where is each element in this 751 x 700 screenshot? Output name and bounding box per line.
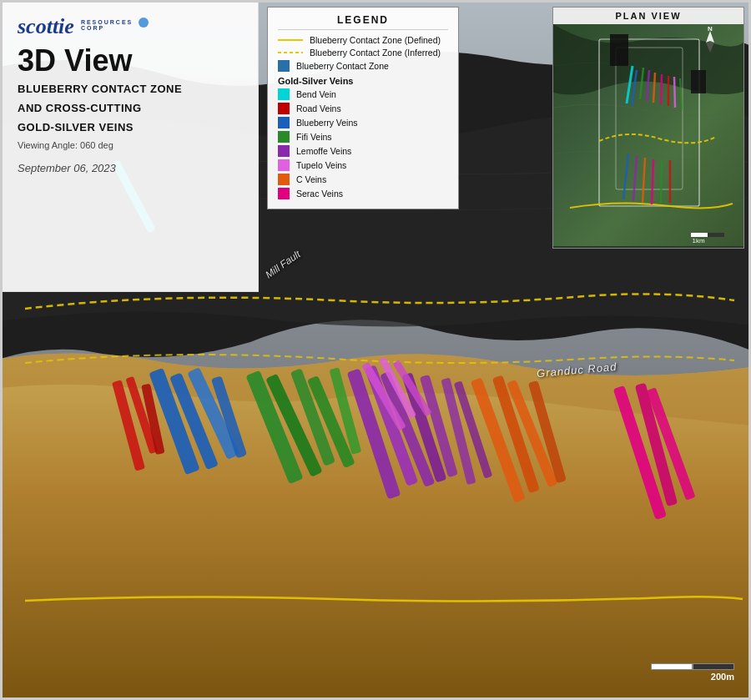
legend-item-vein-2: Blueberry Veins	[278, 117, 448, 128]
legend-swatch-vein-6	[278, 174, 290, 185]
legend-label-defined: Blueberry Contact Zone (Defined)	[310, 35, 441, 45]
legend-label-bcz: Blueberry Contact Zone	[296, 61, 389, 71]
legend-item-vein-1: Road Veins	[278, 103, 448, 114]
legend-veins-container: Bend Vein Road Veins Blueberry Veins Fif…	[278, 88, 448, 199]
scale-bar: 200m	[651, 663, 734, 682]
svg-line-39	[661, 74, 662, 104]
legend-swatch-vein-5	[278, 159, 290, 171]
legend-swatch-vein-0	[278, 88, 290, 100]
legend-swatch-vein-1	[278, 103, 290, 114]
legend-solid-line	[278, 39, 303, 41]
legend-swatch-vein-4	[278, 145, 290, 157]
legend-title: LEGEND	[278, 14, 448, 30]
legend-swatch-vein-3	[278, 131, 290, 143]
legend-item-defined: Blueberry Contact Zone (Defined)	[278, 35, 448, 45]
legend-label-vein-2: Blueberry Veins	[296, 118, 358, 128]
legend-box: LEGEND Blueberry Contact Zone (Defined) …	[267, 7, 459, 209]
logo-circle	[139, 18, 149, 28]
legend-label-inferred: Blueberry Contact Zone (Inferred)	[310, 48, 441, 58]
svg-text:N: N	[708, 25, 713, 33]
plan-view-content: N 1km	[553, 24, 743, 244]
svg-line-47	[661, 161, 662, 204]
legend-swatch-vein-7	[278, 188, 290, 199]
svg-rect-49	[610, 34, 628, 66]
plan-view-box: PLAN VIEW	[552, 7, 744, 249]
plan-view-title: PLAN VIEW	[553, 8, 743, 24]
svg-rect-55	[708, 233, 724, 237]
logo-resources: RESOURCES	[81, 19, 133, 25]
legend-label-vein-0: Bend Vein	[296, 89, 336, 99]
legend-label-vein-5: Tupelo Veins	[296, 160, 346, 170]
subtitle-line1: BLUEBERRY CONTACT ZONE	[18, 83, 241, 97]
svg-line-41	[674, 77, 675, 108]
legend-item-vein-4: Lemoffe Veins	[278, 145, 448, 157]
legend-label-vein-1: Road Veins	[296, 103, 341, 113]
legend-item-vein-6: C Veins	[278, 174, 448, 185]
legend-item-inferred: Blueberry Contact Zone (Inferred)	[278, 48, 448, 58]
logo-name: scottie	[18, 16, 74, 38]
legend-label-vein-4: Lemoffe Veins	[296, 146, 351, 156]
subtitle-line2: AND CROSS-CUTTING	[18, 102, 241, 116]
legend-dashed-line	[278, 52, 303, 53]
subtitle-line3: GOLD-SILVER VEINS	[18, 121, 241, 135]
legend-item-vein-3: Fifi Veins	[278, 131, 448, 143]
view-title: 3D View	[18, 46, 241, 76]
legend-label-vein-6: C Veins	[296, 174, 326, 184]
date-text: September 06, 2023	[18, 162, 241, 174]
company-logo: scottie RESOURCES CORP	[18, 16, 241, 38]
info-panel: scottie RESOURCES CORP 3D View BLUEBERRY…	[0, 0, 259, 292]
legend-label-vein-3: Fifi Veins	[296, 132, 332, 142]
main-container: Mill Fault Granduc Road 200m scottie RES…	[0, 0, 751, 700]
logo-corp: CORP	[81, 25, 133, 31]
legend-swatch-bcz	[278, 60, 290, 72]
svg-text:1km: 1km	[692, 237, 704, 244]
legend-item-vein-5: Tupelo Veins	[278, 159, 448, 171]
legend-item-vein-0: Bend Vein	[278, 88, 448, 100]
legend-swatch-vein-2	[278, 117, 290, 128]
legend-item-bcz: Blueberry Contact Zone	[278, 60, 448, 72]
legend-label-vein-7: Serac Veins	[296, 189, 343, 199]
svg-rect-50	[691, 70, 706, 93]
viewing-angle: Viewing Angle: 060 deg	[18, 140, 241, 150]
legend-item-vein-7: Serac Veins	[278, 188, 448, 199]
legend-section-gold-silver: Gold-Silver Veins	[278, 76, 448, 86]
